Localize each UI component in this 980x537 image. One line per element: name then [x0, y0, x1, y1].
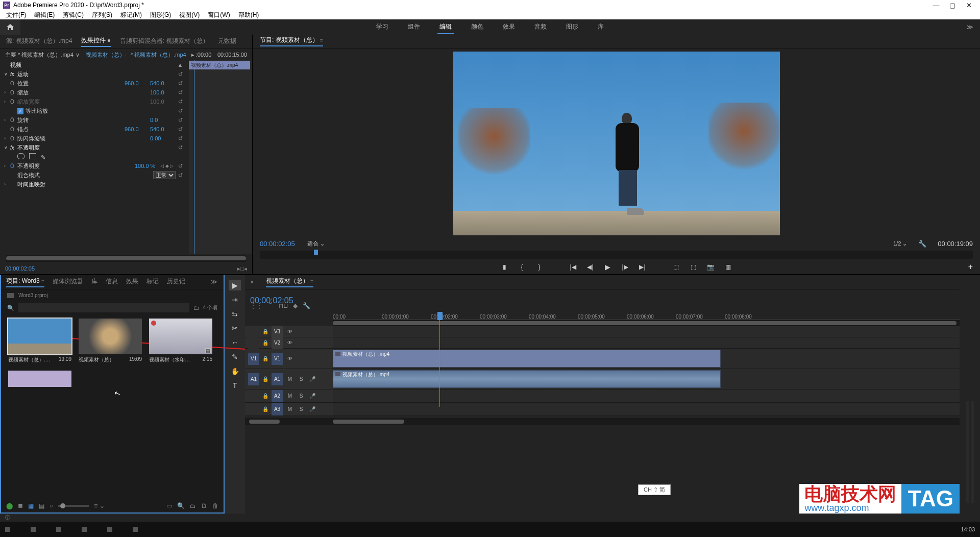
home-button[interactable]	[0, 19, 20, 35]
timeline-horiz-overview[interactable]	[333, 320, 960, 326]
panel-menu-icon[interactable]: ≡	[310, 278, 313, 284]
insert-mode-icon[interactable]: ⋮⋮	[250, 302, 262, 311]
twisty-icon[interactable]: ›	[4, 163, 10, 168]
trash-icon[interactable]: 🗑	[212, 502, 218, 509]
menu-window[interactable]: 窗口(W)	[204, 11, 234, 19]
project-bins-area[interactable]: 视频素材（总）.mp419:09 视频素材（总）19:09 ▤ 视频素材（水印）…	[1, 314, 224, 499]
timeline-playhead-flag[interactable]	[437, 312, 443, 320]
snap-icon[interactable]: ⌒	[267, 302, 274, 311]
linked-selection-icon[interactable]: ⊓⊔	[279, 302, 288, 311]
menu-graphics[interactable]: 图形(G)	[146, 11, 175, 19]
zoom-fit-select[interactable]: 适合 ⌄	[307, 240, 325, 248]
twisty-icon[interactable]: ∨	[4, 71, 10, 77]
bin-item-sequence[interactable]	[8, 371, 71, 387]
twisty-icon[interactable]: ›	[4, 182, 10, 187]
stopwatch-icon[interactable]: Ö	[10, 81, 17, 86]
tab-audio-clip-mixer[interactable]: 音频剪辑混合器: 视频素材（总）	[120, 37, 209, 46]
pen-tool[interactable]: ✎	[229, 352, 241, 362]
sequence-thumbnail[interactable]	[8, 371, 71, 387]
sequence-clip-b[interactable]: * 视频素材（总）.mp4	[131, 51, 186, 59]
lock-icon[interactable]: 🔒	[262, 406, 268, 412]
ripple-edit-tool[interactable]: ⇆	[229, 309, 241, 319]
target-a1[interactable]: A1	[272, 373, 283, 385]
marker-icon[interactable]: ◆	[293, 302, 298, 311]
fx-badge-icon[interactable]: fx	[10, 145, 17, 151]
reset-button[interactable]: ↺	[176, 117, 185, 124]
workspace-edit[interactable]: 编辑	[437, 20, 454, 34]
auto-sequence-icon[interactable]: ▭	[166, 502, 172, 509]
play-button[interactable]: ▶	[602, 261, 614, 273]
target-v3[interactable]: V3	[272, 326, 283, 338]
taskbar-app-icon[interactable]	[5, 527, 10, 532]
add-marker-button[interactable]: ▮	[499, 261, 510, 273]
tab-metadata[interactable]: 元数据	[218, 37, 236, 46]
reset-button[interactable]: ↺	[176, 71, 185, 78]
bin-item-clip-2[interactable]: 视频素材（总）19:09	[79, 319, 142, 363]
reset-button[interactable]: ↺	[176, 135, 185, 142]
solo-toggle[interactable]: S	[297, 376, 305, 382]
loop-icon[interactable]: ▸□◂	[237, 265, 247, 272]
section-toggle-icon[interactable]: ▲	[176, 62, 185, 68]
track-output-toggle[interactable]: 👁	[286, 356, 294, 361]
program-timecode[interactable]: 00:00:02:05	[260, 240, 295, 248]
tab-program[interactable]: 节目: 视频素材（总） ≡	[260, 36, 323, 46]
taskbar-app-icon[interactable]	[82, 527, 87, 532]
mute-toggle[interactable]: M	[286, 406, 294, 412]
stopwatch-icon[interactable]: Ö	[10, 136, 17, 141]
taskbar-clock[interactable]: 14:03	[961, 526, 975, 532]
voice-record-icon[interactable]: 🎤	[308, 376, 316, 382]
slip-tool[interactable]: ↔	[229, 337, 241, 348]
icon-view-icon[interactable]: ▦	[28, 502, 34, 509]
bin-thumbnail[interactable]: ▤	[149, 319, 212, 354]
mini-playhead[interactable]	[194, 60, 194, 254]
step-forward-button[interactable]: |▶	[620, 261, 631, 273]
filter-bin-icon[interactable]: 🗀	[193, 305, 199, 311]
thumbnail-zoom-slider[interactable]	[58, 505, 89, 507]
maximize-button[interactable]: ▢	[944, 2, 961, 9]
anchor-x[interactable]: 960.0	[125, 126, 150, 132]
taskbar-app-icon[interactable]	[107, 527, 112, 532]
panel-menu-icon[interactable]: ≡	[41, 278, 44, 284]
tab-effects-panel[interactable]: 效果	[126, 277, 138, 287]
track-select-tool[interactable]: ⇥	[229, 295, 241, 305]
close-button[interactable]: ✕	[961, 2, 977, 9]
tabs-overflow[interactable]: ≫	[211, 278, 217, 286]
target-v1[interactable]: V1	[272, 353, 283, 365]
timeline-clip-a1[interactable]: 视频素材（总）.mp4	[333, 370, 721, 388]
go-to-out-button[interactable]: ▶|	[637, 261, 648, 273]
step-back-button[interactable]: ◀|	[585, 261, 596, 273]
blend-mode-select[interactable]: 正常	[153, 171, 176, 179]
tab-effect-controls[interactable]: 效果控件 ≡	[81, 36, 110, 47]
sequence-clip-a[interactable]: 视频素材（总）	[86, 51, 125, 59]
reset-button[interactable]: ↺	[176, 163, 185, 169]
twisty-icon[interactable]: ∨	[4, 145, 10, 150]
scale-value[interactable]: 100.0	[150, 89, 176, 95]
extract-button[interactable]: ⬚	[688, 261, 699, 273]
opacity-effect-row[interactable]: ∨fx 不透明度 ↺	[0, 143, 189, 152]
target-a2[interactable]: A2	[272, 390, 283, 402]
type-tool[interactable]: T	[229, 380, 241, 390]
settings-icon[interactable]: 🔧	[303, 302, 310, 311]
program-viewer[interactable]	[253, 48, 980, 238]
menu-clip[interactable]: 剪辑(C)	[59, 11, 88, 19]
program-playhead[interactable]	[314, 250, 318, 255]
time-remap-row[interactable]: › 时间重映射	[0, 180, 189, 189]
source-patch-a1[interactable]: A1	[248, 373, 259, 385]
taskbar-app-icon[interactable]	[133, 527, 138, 532]
pen-mask-icon[interactable]: ✎	[41, 154, 45, 160]
voice-record-icon[interactable]: 🎤	[308, 406, 316, 412]
taskbar-app-icon[interactable]	[56, 527, 61, 532]
tab-sequence[interactable]: 视频素材（总） ≡	[266, 277, 313, 287]
stopwatch-active-icon[interactable]: Ö	[10, 163, 17, 169]
find-icon[interactable]: 🔍	[177, 502, 185, 509]
menu-view[interactable]: 视图(V)	[175, 11, 204, 19]
sort-icon[interactable]: ≡ ⌄	[94, 502, 104, 509]
uniform-scale-checkbox[interactable]: ✓	[17, 108, 23, 114]
effect-mini-timeline[interactable]: 视频素材（总）.mp4	[189, 60, 252, 254]
tab-libraries[interactable]: 库	[91, 277, 97, 287]
reset-button[interactable]: ↺	[176, 172, 185, 179]
reset-button[interactable]: ↺	[176, 89, 185, 96]
selection-tool[interactable]: ▶	[229, 280, 241, 290]
menu-help[interactable]: 帮助(H)	[234, 11, 263, 19]
lock-icon[interactable]: 🔒	[262, 393, 268, 399]
